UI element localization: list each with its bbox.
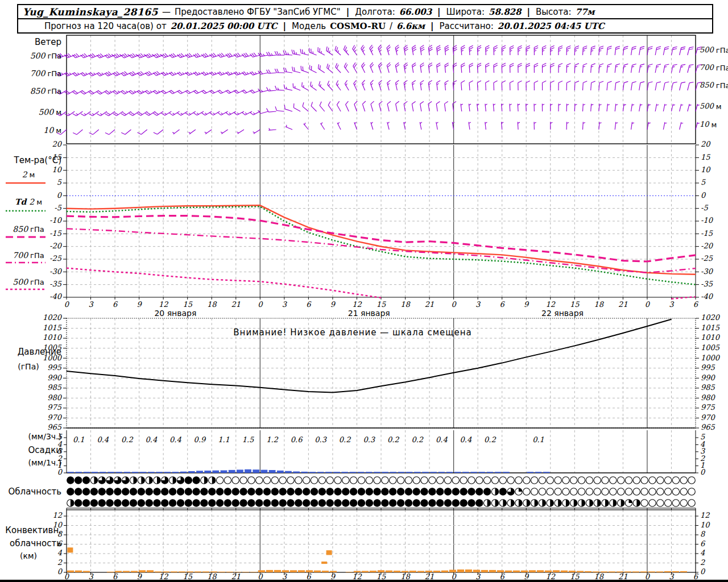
cloud-cover-symbol bbox=[256, 500, 263, 506]
precip-bar bbox=[495, 472, 502, 473]
wind-barb-staff bbox=[345, 84, 349, 90]
wind-level-label-850hpa: 850гПа bbox=[0, 86, 61, 96]
wind-barb-staff bbox=[260, 111, 268, 114]
wind-barb-half-feather bbox=[689, 66, 691, 67]
cloud-cover-fill bbox=[204, 477, 208, 484]
precip-3h-value: 0.6 bbox=[291, 435, 303, 444]
convective-bar bbox=[441, 571, 448, 572]
convective-bar bbox=[585, 571, 592, 572]
wind-barb-half-feather bbox=[485, 104, 487, 105]
wind-barb-feather bbox=[284, 105, 285, 109]
wind-barb-feather bbox=[607, 81, 611, 82]
cloud-cover-symbol bbox=[460, 477, 467, 484]
wind-barb-feather bbox=[559, 48, 562, 49]
convective-bar bbox=[75, 571, 82, 572]
temp-ytick-left: -10 bbox=[49, 216, 63, 225]
wind-barb-half-feather bbox=[239, 72, 241, 74]
precip-bar bbox=[188, 471, 195, 473]
cloud-cover-symbol bbox=[326, 500, 333, 506]
cloud-cover-symbol bbox=[358, 500, 365, 506]
temp-ytick-left: -30 bbox=[49, 267, 63, 276]
wind-barb-feather bbox=[420, 63, 424, 65]
cloud-cover-symbol bbox=[224, 477, 231, 484]
precip-bar bbox=[100, 472, 106, 473]
cloud-cover-symbol bbox=[672, 477, 679, 484]
wind-barb-row bbox=[56, 63, 702, 76]
wind-barb-staff bbox=[436, 104, 437, 111]
cloud-cover-symbol bbox=[342, 488, 349, 495]
cloud-cover-symbol bbox=[303, 488, 310, 495]
cloud-cover-symbol bbox=[334, 477, 341, 484]
cloud-cover-fill bbox=[503, 500, 506, 506]
wind-barb-half-feather bbox=[229, 113, 231, 114]
wind-barb-feather bbox=[657, 47, 661, 48]
wind-barb-feather bbox=[320, 65, 320, 69]
cloud-cover-symbol bbox=[437, 500, 444, 506]
wind-barb-feather bbox=[437, 47, 440, 49]
conv-ytick-right: 8 bbox=[700, 530, 706, 538]
wind-barb-staff bbox=[582, 65, 583, 73]
wind-barb-feather bbox=[624, 48, 628, 49]
wind-barb-half-feather bbox=[214, 72, 216, 74]
cloud-cover-symbol bbox=[287, 488, 294, 495]
convective-bar bbox=[410, 571, 416, 572]
cloud-cover-symbol bbox=[201, 500, 208, 506]
wind-barb-half-feather bbox=[493, 104, 495, 105]
wind-barb-feather bbox=[303, 102, 304, 106]
cloud-cover-symbol bbox=[421, 488, 428, 495]
cloud-cover-symbol bbox=[405, 488, 412, 495]
wind-barb-half-feather bbox=[494, 50, 496, 51]
wind-barb-feather bbox=[337, 101, 339, 105]
temp-ytick-right: -10 bbox=[701, 216, 714, 225]
wind-barb-feather bbox=[420, 81, 424, 83]
wind-barb-staff bbox=[437, 83, 438, 90]
wind-barb-feather bbox=[444, 102, 448, 104]
wind-barb-staff bbox=[101, 111, 107, 116]
wind-barb-feather bbox=[353, 45, 355, 48]
cloud-cover-symbol bbox=[216, 477, 223, 484]
precip-bar bbox=[285, 471, 292, 473]
wind-barb-feather bbox=[412, 45, 416, 47]
pressure-ytick-right: 990 bbox=[701, 373, 716, 382]
wind-barb-feather bbox=[640, 64, 644, 65]
convective-elevated-layer bbox=[67, 547, 73, 552]
wind-level-label-right: 500м bbox=[700, 102, 722, 110]
wind-barb-staff bbox=[158, 130, 164, 134]
cloud-cover-symbol bbox=[547, 477, 553, 484]
pressure-ytick-right: 1005 bbox=[701, 343, 720, 352]
wind-level-label-right: 10м bbox=[700, 120, 717, 128]
wind-barb-feather bbox=[551, 63, 555, 65]
wind-barb-feather bbox=[73, 133, 77, 135]
cloud-cover-fill bbox=[542, 500, 545, 506]
hour-label: 9 bbox=[330, 300, 336, 309]
wind-barb-feather bbox=[469, 47, 473, 49]
cloud-cover-symbol bbox=[106, 488, 113, 495]
cloud-cover-symbol bbox=[201, 488, 208, 495]
wind-barb-feather bbox=[311, 82, 311, 86]
cloud-cover-symbol bbox=[444, 488, 451, 495]
precip-bar bbox=[132, 472, 139, 473]
cloud-cover-symbol bbox=[555, 488, 561, 495]
precip-3h-value: 0.4 bbox=[460, 435, 472, 444]
wind-barb-feather bbox=[510, 65, 514, 67]
wind-barb-staff bbox=[328, 105, 333, 111]
wind-barb-feather bbox=[526, 63, 530, 65]
wind-barb-feather bbox=[486, 63, 490, 65]
legend-unit: гПа bbox=[30, 225, 44, 234]
wind-barb-half-feather bbox=[371, 122, 373, 124]
wind-barb-feather bbox=[640, 48, 644, 49]
wind-barb-staff bbox=[93, 111, 99, 116]
level-unit: гПа bbox=[47, 69, 61, 78]
wind-barb-feather bbox=[250, 113, 253, 115]
wind-level-label-right: 500гПа bbox=[700, 45, 728, 54]
cloud-cover-symbol bbox=[594, 477, 601, 484]
pressure-ytick-right: 970 bbox=[701, 413, 716, 422]
wind-barb-staff bbox=[93, 130, 98, 135]
cloud-cover-symbol bbox=[224, 500, 231, 506]
wind-barb-half-feather bbox=[102, 73, 104, 74]
wind-barb-feather bbox=[478, 65, 482, 67]
cloud-cover-symbol bbox=[618, 488, 624, 495]
precip-bar bbox=[196, 471, 203, 473]
wind-barb-feather bbox=[277, 51, 279, 55]
precip-bar bbox=[124, 472, 131, 473]
